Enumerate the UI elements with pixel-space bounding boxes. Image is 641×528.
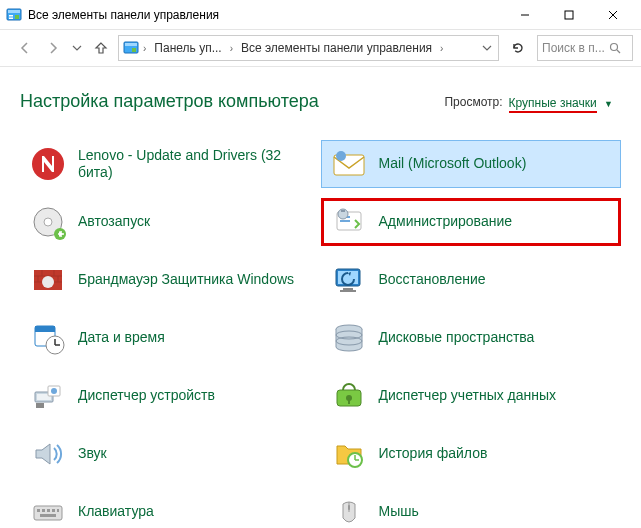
svg-rect-6 [565,11,573,19]
svg-rect-2 [9,15,13,17]
address-bar[interactable]: › Панель уп... › Все элементы панели упр… [118,35,499,61]
item-file-history[interactable]: История файлов [321,430,622,478]
keyboard-icon [28,492,68,528]
item-recovery[interactable]: Восстановление [321,256,622,304]
item-label: Брандмауэр Защитника Windows [78,271,294,289]
item-label: Диспетчер устройств [78,387,215,405]
svg-rect-10 [125,43,137,46]
control-panel-icon [6,7,22,23]
svg-point-49 [51,388,57,394]
svg-rect-58 [47,509,50,512]
view-label: Просмотр: [444,95,502,109]
firewall-icon [28,260,68,300]
svg-rect-60 [57,509,59,512]
item-sound[interactable]: Звук [20,430,321,478]
lenovo-update-icon [28,144,68,184]
item-label: Lenovo - Update and Drivers (32 бита) [78,147,313,182]
item-label: История файлов [379,445,488,463]
item-label: Клавиатура [78,503,154,521]
svg-rect-36 [343,288,353,290]
svg-rect-39 [35,326,55,332]
credential-manager-icon [329,376,369,416]
item-label: Диспетчер учетных данных [379,387,557,405]
svg-point-18 [44,218,52,226]
view-value: Крупные значки [509,96,597,113]
svg-rect-53 [348,400,350,404]
mail-icon [329,144,369,184]
svg-rect-63 [348,505,350,510]
svg-rect-24 [341,210,345,212]
search-placeholder: Поиск в п... [542,41,605,55]
breadcrumb-0[interactable]: Панель уп... [150,39,225,57]
search-icon [609,42,621,54]
address-dropdown[interactable] [480,43,494,53]
item-label: Дисковые пространства [379,329,535,347]
item-credential-manager[interactable]: Диспетчер учетных данных [321,372,622,420]
chevron-right-icon[interactable]: › [228,43,235,54]
item-device-manager[interactable]: Диспетчер устройств [20,372,321,420]
svg-rect-3 [9,17,13,19]
item-label: Мышь [379,503,419,521]
heading-row: Настройка параметров компьютера Просмотр… [20,91,641,112]
chevron-right-icon[interactable]: › [438,43,445,54]
svg-rect-59 [52,509,55,512]
item-mail[interactable]: Mail (Microsoft Outlook) [321,140,622,188]
address-icon [123,40,139,56]
item-mouse[interactable]: Мышь [321,488,622,528]
item-label: Mail (Microsoft Outlook) [379,155,527,173]
maximize-button[interactable] [547,0,591,30]
svg-rect-50 [36,403,44,408]
svg-rect-57 [42,509,45,512]
item-administration[interactable]: Администрирование [321,198,622,246]
close-button[interactable] [591,0,635,30]
svg-rect-55 [34,506,62,520]
item-firewall[interactable]: Брандмауэр Защитника Windows [20,256,321,304]
history-dropdown[interactable] [70,37,84,59]
svg-rect-22 [340,220,350,222]
item-date-time[interactable]: Дата и время [20,314,321,362]
svg-point-16 [336,151,346,161]
item-autoplay[interactable]: Автозапуск [20,198,321,246]
svg-rect-56 [37,509,40,512]
sound-icon [28,434,68,474]
item-label: Автозапуск [78,213,150,231]
search-input[interactable]: Поиск в п... [537,35,633,61]
date-time-icon [28,318,68,358]
view-selector[interactable]: Крупные значки ▼ [509,93,613,111]
items-grid: Lenovo - Update and Drivers (32 бита) Ma… [20,140,641,528]
item-label: Администрирование [379,213,513,231]
svg-rect-11 [132,48,136,52]
chevron-right-icon[interactable]: › [141,43,148,54]
titlebar: Все элементы панели управления [0,0,641,30]
svg-rect-1 [8,10,20,13]
item-keyboard[interactable]: Клавиатура [20,488,321,528]
recovery-icon [329,260,369,300]
admin-tools-icon [329,202,369,242]
svg-rect-4 [15,15,19,19]
svg-rect-37 [340,290,356,292]
back-button[interactable] [14,37,36,59]
autoplay-icon [28,202,68,242]
chevron-down-icon: ▼ [604,99,613,109]
navbar: › Панель уп... › Все элементы панели упр… [0,30,641,66]
svg-point-33 [42,276,54,288]
mouse-icon [329,492,369,528]
device-manager-icon [28,376,68,416]
item-label: Звук [78,445,107,463]
file-history-icon [329,434,369,474]
item-lenovo-update[interactable]: Lenovo - Update and Drivers (32 бита) [20,140,321,188]
storage-spaces-icon [329,318,369,358]
window-controls [503,0,635,30]
svg-rect-61 [40,514,56,517]
refresh-button[interactable] [505,35,531,61]
svg-line-13 [617,50,620,53]
item-label: Дата и время [78,329,165,347]
item-label: Восстановление [379,271,486,289]
item-storage-spaces[interactable]: Дисковые пространства [321,314,622,362]
svg-point-12 [610,44,617,51]
page-title: Настройка параметров компьютера [20,91,444,112]
breadcrumb-1[interactable]: Все элементы панели управления [237,39,436,57]
up-button[interactable] [90,37,112,59]
minimize-button[interactable] [503,0,547,30]
forward-button[interactable] [42,37,64,59]
